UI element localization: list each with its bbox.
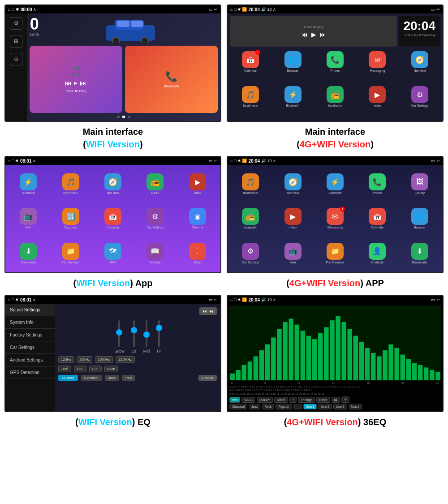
preset-user2[interactable]: User2: [318, 404, 332, 409]
app-localradio[interactable]: 📻localradio: [230, 208, 271, 229]
settings-icon[interactable]: ⚙: [10, 17, 22, 30]
menu-item-sound-settings[interactable]: Sound Settings: [5, 304, 55, 316]
app-messaging[interactable]: ✉1Messaging: [315, 208, 355, 229]
preset-popular[interactable]: Popular: [276, 404, 292, 409]
freq-phase[interactable]: 180°: [58, 366, 71, 372]
app-avin[interactable]: 📺Avin: [272, 243, 313, 264]
freq-1f-1[interactable]: 1.0F: [74, 366, 86, 372]
freq-1000hz[interactable]: 1000Hz: [95, 356, 113, 363]
menu-item-gps-detection[interactable]: GPS Detection: [5, 366, 55, 379]
app-igo[interactable]: 🗺IGO: [93, 243, 133, 264]
app-localmusic[interactable]: 🎵localmusic: [230, 173, 271, 194]
svg-rect-29: [336, 316, 340, 380]
music-card[interactable]: 🎵 ⏮ ▶ ⏭ Click To Play: [30, 46, 122, 113]
app-file-manager[interactable]: 📁File Manager: [50, 243, 90, 264]
app-car-settings[interactable]: ⚙Car Settings: [230, 243, 271, 264]
app-bluetooth[interactable]: ⚡Bluetooth: [315, 173, 355, 194]
freq-120hz[interactable]: 120Hz: [58, 356, 74, 363]
ctrl-minus[interactable]: —: [293, 404, 302, 409]
app-net-navi[interactable]: 🧭Net Navi: [93, 173, 133, 194]
dot-1[interactable]: [117, 116, 120, 118]
app-car-settings[interactable]: ⚙Car Settings: [400, 86, 440, 119]
freq-200hz[interactable]: 200Hz: [77, 356, 92, 363]
app-calculator[interactable]: 🔢Calculator: [50, 208, 90, 229]
ctrl-srs[interactable]: SRS®: [274, 397, 289, 403]
ctrl-plus[interactable]: +: [289, 397, 297, 403]
app-radio[interactable]: 📻Radio: [135, 173, 175, 194]
preset-rock[interactable]: Rock: [262, 404, 274, 409]
menu-item-android-settings[interactable]: Android Settings: [5, 354, 55, 366]
freq-1f-2[interactable]: 1.0F: [89, 366, 102, 372]
cell-s1: ⌂ □ ✱ 08:00 ∧ ▭ ↩ ⚙ ⊞ ⊙: [4, 4, 221, 151]
status-bar-s2: ⌂ □ ✱ 📶 20:04 🔊 10 ∧ ▭ ↩: [228, 5, 443, 13]
app-net-navi[interactable]: 🧭Net Navi: [272, 173, 313, 194]
freq-rock[interactable]: Rock: [104, 366, 118, 372]
lo-track[interactable]: [133, 320, 135, 347]
app-localmusic[interactable]: 🎵localmusic: [50, 173, 90, 194]
app-video[interactable]: ▶video: [177, 173, 218, 194]
preset-default[interactable]: Default: [198, 375, 217, 381]
svg-rect-17: [265, 345, 270, 380]
app-bluetooth[interactable]: ⚡Bluetooth: [272, 86, 313, 119]
hi-track[interactable]: [158, 320, 160, 347]
app-downloads[interactable]: ⬇Downloads: [400, 243, 440, 264]
app-maps[interactable]: 📍Maps: [177, 243, 218, 264]
preset-pop[interactable]: Pop: [122, 375, 135, 381]
ctrl-dolby[interactable]: DOLBY: [257, 397, 273, 403]
app-video[interactable]: ▶video: [272, 208, 313, 229]
subw-knob[interactable]: [116, 329, 122, 336]
s2-player[interactable]: Click to play ⏮ ▶ ⏭: [230, 16, 397, 47]
grid-icon[interactable]: ⊞: [10, 35, 22, 47]
app-file-manager[interactable]: 📁File Manager: [315, 243, 355, 264]
app-messaging[interactable]: ✉Messaging: [357, 51, 397, 84]
app-car-settings[interactable]: ⚙Car Settings: [135, 208, 175, 229]
app-gallery[interactable]: 🖼Gallery: [400, 173, 440, 194]
mid-knob[interactable]: [143, 332, 150, 338]
lo-knob[interactable]: [131, 327, 137, 333]
nav-icon[interactable]: ⊙: [10, 53, 22, 65]
menu-item-factory-settings[interactable]: Factory Settings: [5, 329, 55, 341]
dot-3[interactable]: [128, 116, 130, 118]
app-phone[interactable]: 📞Phone: [315, 51, 355, 84]
app-phone[interactable]: 📞Phone: [357, 173, 397, 194]
eq-toggle-btn[interactable]: ⏭ ⏮: [199, 307, 217, 315]
preset-classical[interactable]: Classical: [229, 404, 247, 409]
ctrl-skip[interactable]: ⏭: [332, 397, 340, 403]
app-manual[interactable]: 📖Manual: [135, 243, 175, 264]
freq-125khz[interactable]: 12.5KHz: [116, 356, 135, 363]
app-calendar[interactable]: 📅Calendar: [93, 208, 133, 229]
app-calendar[interactable]: 📅Calendar: [357, 208, 397, 229]
app-bluetooth[interactable]: ⚡Bluetooth: [8, 173, 48, 194]
app-browser[interactable]: 🌐Browser: [400, 208, 440, 229]
app-net-navi[interactable]: 🧭Net Navi: [400, 51, 440, 84]
preset-jazz[interactable]: Jazz: [249, 404, 260, 409]
app-contacts[interactable]: 👤Contacts: [357, 243, 397, 264]
phone-card[interactable]: 📞 Bluetooth: [125, 46, 218, 113]
menu-item-car-settings[interactable]: Car Settings: [5, 341, 55, 354]
ctrl-through[interactable]: Through: [298, 397, 315, 403]
preset-user3[interactable]: User3: [333, 404, 347, 409]
app-calendar[interactable]: 📅1Calendar: [230, 51, 271, 84]
svg-rect-41: [406, 359, 411, 380]
ctrl-eq-icon[interactable]: ≡≡≡: [229, 397, 240, 403]
ctrl-num[interactable]: ①: [341, 396, 349, 403]
app-localradio[interactable]: 📻localradio: [315, 86, 355, 119]
dot-2[interactable]: [122, 116, 125, 118]
app-localmusic[interactable]: 🎵localmusic: [230, 86, 271, 119]
preset-classical[interactable]: Classical: [81, 375, 102, 381]
ctrl-reset[interactable]: Reset: [316, 397, 330, 403]
menu-item-system-info[interactable]: System Info: [5, 316, 55, 329]
app-video[interactable]: ▶video: [357, 86, 397, 119]
preset-custom[interactable]: Custom: [58, 375, 78, 381]
subw-track[interactable]: [118, 320, 120, 347]
hi-knob[interactable]: [156, 325, 162, 331]
preset-user1[interactable]: User1: [303, 404, 317, 409]
app-avin[interactable]: 📺Avin: [8, 208, 48, 229]
app-chrome[interactable]: ◉Chrome: [177, 208, 218, 229]
ctrl-bass[interactable]: BASS: [241, 397, 255, 403]
app-downloads[interactable]: ⬇Downloads: [8, 243, 48, 264]
mid-track[interactable]: [146, 320, 147, 347]
app-browser[interactable]: 🌐Browser: [272, 51, 313, 84]
preset-jazz[interactable]: Jazz: [105, 375, 119, 381]
preset-user5[interactable]: User5: [349, 404, 362, 409]
